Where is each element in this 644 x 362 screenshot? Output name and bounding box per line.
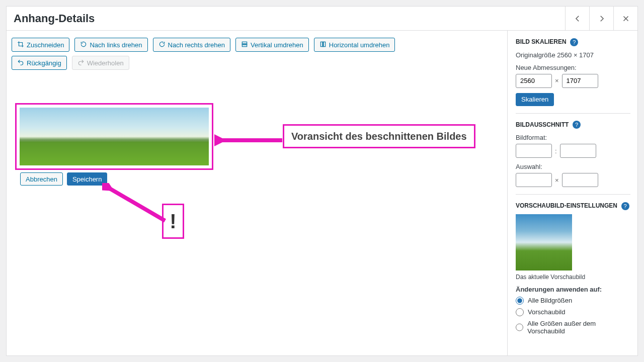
close-button[interactable] (613, 7, 637, 31)
thumb-heading: VORSCHAUBILD-EINSTELLUNGEN (516, 202, 617, 209)
thumbnail-preview (516, 214, 572, 270)
sidebar: BILD SKALIEREN ? Originalgröße 2560 × 17… (507, 31, 637, 355)
annotation-exclaim: ! (162, 204, 184, 239)
apply-label: Änderungen anwenden auf: (516, 286, 630, 293)
crop-button[interactable]: Zuschneiden (12, 38, 69, 52)
radio-thumb-label: Vorschaubild (528, 308, 565, 316)
undo-label: Rückgängig (27, 59, 61, 67)
times-separator: × (555, 176, 559, 184)
modal-header: Anhang-Details (7, 7, 637, 31)
flip-v-label: Vertikal umdrehen (251, 41, 303, 49)
next-button[interactable] (589, 7, 613, 31)
crop-heading: BILDAUSSCHNITT (516, 121, 569, 128)
cancel-button[interactable]: Abbrechen (20, 172, 63, 186)
times-separator: × (555, 77, 559, 84)
scale-button[interactable]: Skalieren (516, 93, 554, 106)
flip-horizontal-icon (319, 41, 327, 49)
prev-button[interactable] (565, 7, 589, 31)
ratio-x-input[interactable] (516, 144, 552, 158)
svg-rect-5 (320, 42, 323, 46)
new-dimensions-label: Neue Abmessungen: (516, 64, 630, 71)
help-icon[interactable]: ? (573, 121, 581, 129)
undo-icon (17, 59, 24, 67)
redo-button: Wiederholen (72, 56, 129, 70)
image-preview[interactable] (20, 108, 209, 165)
radio-except-input[interactable] (516, 323, 523, 331)
ratio-label: Bildformat: (516, 134, 630, 141)
crop-label: Zuschneiden (27, 41, 64, 49)
flip-vertical-icon (241, 41, 248, 49)
help-icon[interactable]: ? (621, 202, 629, 210)
radio-thumb-input[interactable] (516, 308, 524, 316)
radio-thumbnail[interactable]: Vorschaubild (516, 308, 630, 316)
flip-h-label: Horizontal umdrehen (329, 41, 390, 49)
radio-all-input[interactable] (516, 297, 524, 305)
save-button[interactable]: Speichern (67, 172, 108, 186)
help-icon[interactable]: ? (570, 38, 578, 46)
rotate-left-label: Nach links drehen (90, 41, 142, 49)
svg-rect-6 (324, 42, 326, 46)
editor-panel: Zuschneiden Nach links drehen Nach recht… (7, 31, 507, 355)
attachment-details-modal: Anhang-Details Zuschneiden Nach links dr… (6, 6, 638, 356)
scale-heading: BILD SKALIEREN (516, 38, 567, 45)
preview-highlight (15, 103, 213, 170)
scale-inputs: × (516, 74, 630, 88)
ratio-separator: : (555, 147, 557, 155)
radio-except-thumbnail[interactable]: Alle Größen außer dem Vorschaubild (516, 320, 630, 335)
ratio-inputs: : (516, 144, 630, 158)
flip-vertical-button[interactable]: Vertikal umdrehen (235, 38, 309, 52)
radio-except-label: Alle Größen außer dem Vorschaubild (527, 320, 630, 335)
selection-width-input[interactable] (516, 173, 552, 187)
svg-rect-3 (242, 45, 247, 47)
scale-section: BILD SKALIEREN ? Originalgröße 2560 × 17… (516, 38, 630, 114)
annotation-arrow-preview (214, 130, 285, 150)
flip-horizontal-button[interactable]: Horizontal umdrehen (314, 38, 395, 52)
original-size-label: Originalgröße 2560 × 1707 (516, 51, 630, 59)
svg-rect-2 (242, 42, 247, 44)
crop-section: BILDAUSSCHNITT ? Bildformat: : Auswahl: … (516, 121, 630, 195)
modal-body: Zuschneiden Nach links drehen Nach recht… (7, 31, 637, 355)
redo-label: Wiederholen (87, 59, 124, 67)
history-toolbar: Rückgängig Wiederholen (12, 56, 502, 70)
rotate-left-button[interactable]: Nach links drehen (74, 38, 147, 52)
selection-label: Auswahl: (516, 163, 630, 170)
thumbnail-caption: Das aktuelle Vorschaubild (516, 274, 630, 281)
redo-icon (77, 59, 85, 67)
rotate-right-icon (158, 41, 166, 49)
undo-button[interactable]: Rückgängig (12, 56, 67, 70)
annotation-preview-label: Voransicht des beschnittenen Bildes (283, 124, 475, 148)
rotate-left-icon (80, 41, 87, 49)
rotate-right-label: Nach rechts drehen (168, 41, 225, 49)
image-toolbar: Zuschneiden Nach links drehen Nach recht… (12, 38, 502, 52)
svg-line-9 (107, 187, 165, 221)
radio-all-sizes[interactable]: Alle Bildgrößen (516, 297, 630, 305)
crop-icon (17, 41, 24, 49)
scale-width-input[interactable] (516, 74, 552, 88)
radio-all-label: Alle Bildgrößen (528, 297, 572, 304)
selection-height-input[interactable] (562, 173, 598, 187)
rotate-right-button[interactable]: Nach rechts drehen (153, 38, 230, 52)
action-row: Abbrechen Speichern (20, 172, 107, 186)
thumbnail-section: VORSCHAUBILD-EINSTELLUNGEN ? Das aktuell… (516, 202, 630, 345)
modal-title: Anhang-Details (7, 12, 565, 25)
selection-inputs: × (516, 173, 630, 187)
ratio-y-input[interactable] (560, 144, 596, 158)
scale-height-input[interactable] (562, 74, 598, 88)
